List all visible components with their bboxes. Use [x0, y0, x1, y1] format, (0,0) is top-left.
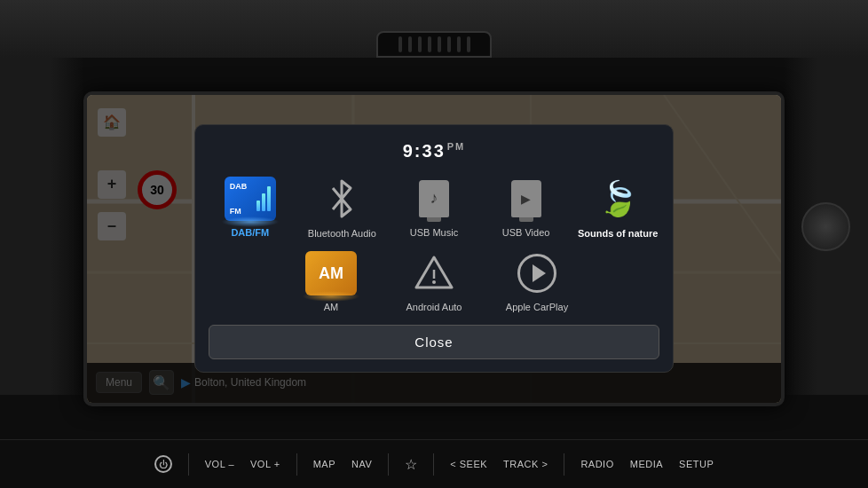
- vent-bar: [438, 36, 441, 52]
- usb-video-label: USB Video: [502, 227, 550, 238]
- media-item-dab-fm[interactable]: DAB FM: [209, 176, 292, 240]
- top-vent: [0, 0, 868, 58]
- modal-time: 9:33PM: [209, 141, 659, 161]
- android-auto-label: Android Auto: [406, 302, 462, 312]
- svg-point-15: [432, 280, 436, 284]
- media-row-2: AM AM: [209, 250, 659, 312]
- dab-label: DAB/FM: [231, 227, 269, 238]
- hw-divider-4: [433, 453, 434, 476]
- carplay-label: Apple CarPlay: [506, 302, 568, 312]
- am-icon-text: AM: [319, 264, 343, 283]
- map-button[interactable]: MAP: [313, 459, 335, 469]
- track-fwd-button[interactable]: TRACK >: [503, 459, 548, 469]
- media-item-sounds-of-nature[interactable]: 🍃 Sounds of nature: [576, 176, 659, 240]
- power-button[interactable]: ⏻: [154, 455, 172, 473]
- hw-divider-3: [388, 453, 389, 476]
- vol-up-button[interactable]: VOL +: [250, 459, 280, 469]
- media-item-bluetooth-audio[interactable]: Bluetooth Audio: [301, 176, 384, 240]
- hw-divider-2: [296, 453, 297, 476]
- usb-music-label: USB Music: [410, 227, 458, 238]
- map-background: 🏠 30 + – Menu 🔍 ▶ Bolton, United: [87, 95, 781, 403]
- android-auto-icon: [414, 254, 454, 293]
- media-item-android-auto[interactable]: Android Auto: [387, 250, 481, 312]
- am-glow: [303, 291, 360, 302]
- nature-label: Sounds of nature: [578, 227, 658, 240]
- vent-bar: [398, 36, 402, 52]
- nav-button[interactable]: NAV: [351, 459, 372, 469]
- nature-icon: 🍃: [597, 179, 639, 218]
- vol-down-button[interactable]: VOL –: [205, 459, 234, 469]
- hardware-buttons: ⏻ VOL – VOL + MAP NAV ☆ < SEEK TRACK > R…: [0, 439, 868, 488]
- dab-glow: [221, 216, 279, 227]
- star-button[interactable]: ☆: [405, 456, 417, 473]
- right-side-panel: [784, 58, 868, 395]
- carplay-play-icon: [533, 264, 546, 282]
- media-modal: 9:33PM DAB FM: [194, 124, 674, 373]
- setup-button[interactable]: SETUP: [679, 459, 714, 469]
- hw-divider: [188, 453, 189, 476]
- media-row-1: DAB FM: [209, 176, 659, 240]
- media-button[interactable]: MEDIA: [630, 459, 663, 469]
- seek-back-button[interactable]: < SEEK: [450, 459, 487, 469]
- volume-knob[interactable]: [801, 202, 850, 251]
- vent-bar: [447, 36, 451, 52]
- vent-bar: [408, 36, 412, 52]
- modal-overlay: 9:33PM DAB FM: [87, 95, 781, 403]
- close-button[interactable]: Close: [209, 325, 659, 359]
- main-unit: 🏠 30 + – Menu 🔍 ▶ Bolton, United: [0, 58, 868, 439]
- left-side-panel: [0, 58, 84, 395]
- bluetooth-icon: [324, 177, 359, 220]
- screen-bezel: 🏠 30 + – Menu 🔍 ▶ Bolton, United: [83, 91, 785, 406]
- radio-button[interactable]: RADIO: [580, 459, 613, 469]
- media-item-usb-video[interactable]: ▶ USB Video: [485, 176, 568, 240]
- media-item-apple-carplay[interactable]: Apple CarPlay: [490, 250, 584, 312]
- hw-divider-5: [564, 453, 564, 476]
- vent-bar: [467, 36, 470, 52]
- vent-bar: [457, 36, 461, 52]
- vent-bar: [428, 36, 431, 52]
- media-item-usb-music[interactable]: ♪ USB Music: [392, 176, 476, 240]
- media-item-am[interactable]: AM AM: [284, 250, 378, 312]
- vent-bar: [418, 36, 422, 52]
- am-label: AM: [324, 302, 339, 312]
- bluetooth-label: Bluetooth Audio: [308, 227, 376, 240]
